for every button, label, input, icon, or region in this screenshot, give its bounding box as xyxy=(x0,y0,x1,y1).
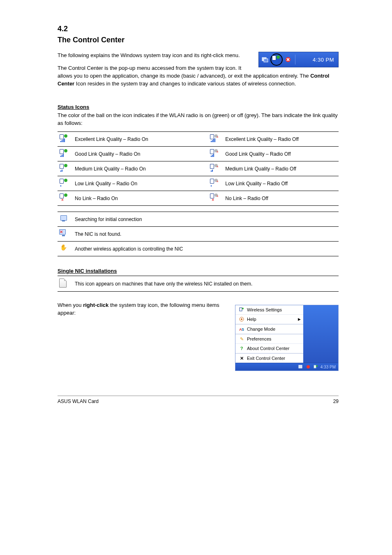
single-nic-heading: Single NIC installations xyxy=(58,268,339,274)
table-cell: Low Link Quality – Radio Off xyxy=(224,176,339,191)
signal-none-on-icon: × xyxy=(59,193,69,202)
section-title: The Control Center xyxy=(58,36,339,44)
footer-left: ASUS WLAN Card xyxy=(58,398,99,404)
footer-page-number: 29 xyxy=(333,398,339,404)
menu-item-exit[interactable]: ✕ Exit Control Center xyxy=(235,353,303,363)
signal-low-on-icon xyxy=(59,179,69,187)
tray-clock: 4:30 PM xyxy=(313,57,334,63)
nic-not-found-icon xyxy=(59,229,68,237)
help-icon xyxy=(239,316,244,322)
blocked-icon xyxy=(284,56,292,63)
context-menu-figure: Wireless Settings Help ▶ AS Change Mode xyxy=(235,305,339,371)
svg-rect-3 xyxy=(240,308,242,311)
menu-item-label: Help xyxy=(247,317,256,322)
exit-icon: ✕ xyxy=(239,355,244,361)
table-cell: Excellent Link Quality – Radio On xyxy=(73,132,208,147)
table-row: Excellent Link Quality – Radio On × Exce… xyxy=(58,132,339,147)
table-cell: Good Link Quality – Radio Off xyxy=(224,147,339,161)
table-cell: Excellent Link Quality – Radio Off xyxy=(224,132,339,147)
page-footer: ASUS WLAN Card 29 xyxy=(58,396,339,404)
menu-item-label: Preferences xyxy=(247,336,271,341)
menu-taskbar-strip: 4:33 PM xyxy=(235,363,338,371)
menu-item-wireless-settings[interactable]: Wireless Settings xyxy=(235,305,303,315)
tray-mini-icon-2 xyxy=(306,364,311,369)
tray-mini-icon-3 xyxy=(313,364,318,369)
tray-mini-icon xyxy=(298,364,303,369)
svg-text:S: S xyxy=(242,327,244,332)
status-icons-desc: The color of the ball on the icon indica… xyxy=(58,112,339,127)
table-row: Medium Link Quality – Radio On × Medium … xyxy=(58,161,339,176)
table-row: × No Link – Radio On ×× No Link – Radio … xyxy=(58,191,339,206)
menu-item-preferences[interactable]: ✎ Preferences xyxy=(235,334,303,344)
table-row: Low Link Quality – Radio On × Low Link Q… xyxy=(58,176,339,191)
table-cell: Medium Link Quality – Radio On xyxy=(73,161,208,176)
table-cell: This icon appears on machines that have … xyxy=(73,276,339,292)
table-cell: Medium Link Quality – Radio Off xyxy=(224,161,339,176)
table-row: The NIC is not found. xyxy=(58,227,339,242)
svg-rect-1 xyxy=(264,59,268,62)
systray-figure: 4:30 PM xyxy=(258,52,339,67)
table-cell: Low Link Quality – Radio On xyxy=(73,176,208,191)
single-nic-table: This icon appears on machines that have … xyxy=(58,276,339,292)
single-nic-icon xyxy=(59,279,67,288)
table-row: Another wireless application is controll… xyxy=(58,242,339,256)
status-icons-table: Excellent Link Quality – Radio On × Exce… xyxy=(58,131,339,206)
signal-medium-off-icon: × xyxy=(210,164,219,172)
signal-good-on-icon xyxy=(59,149,69,157)
highlighted-tray-icon xyxy=(270,53,283,66)
table-row: Good Link Quality – Radio On × Good Link… xyxy=(58,147,339,161)
menu-tray-clock: 4:33 PM xyxy=(321,365,336,369)
signal-excellent-off-icon: × xyxy=(210,134,219,143)
signal-medium-on-icon xyxy=(59,164,69,172)
svg-point-12 xyxy=(316,365,318,367)
table-cell: Searching for initial connection xyxy=(73,212,339,227)
other-app-controlling-icon xyxy=(59,244,68,252)
signal-none-off-icon: ×× xyxy=(210,193,219,202)
change-mode-icon: AS xyxy=(239,326,244,332)
signal-low-off-icon: × xyxy=(210,179,219,187)
menu-item-label: Exit Control Center xyxy=(247,356,285,361)
table-cell: No Link – Radio Off xyxy=(224,191,339,206)
status-icons-heading: Status Icons xyxy=(58,104,339,110)
svg-rect-9 xyxy=(299,365,302,368)
menu-item-about[interactable]: ? About Control Center xyxy=(235,344,303,353)
table-cell: The NIC is not found. xyxy=(73,227,339,242)
preferences-icon: ✎ xyxy=(239,336,244,342)
svg-point-10 xyxy=(307,365,310,368)
submenu-arrow-icon: ▶ xyxy=(298,317,301,321)
menu-item-change-mode[interactable]: AS Change Mode xyxy=(235,324,303,334)
searching-icon xyxy=(59,214,68,223)
table-cell: No Link – Radio On xyxy=(73,191,208,206)
wireless-settings-icon xyxy=(239,307,244,313)
table-cell: Another wireless application is controll… xyxy=(73,242,339,256)
about-icon: ? xyxy=(239,345,244,351)
table-cell: Good Link Quality – Radio On xyxy=(73,147,208,161)
menu-item-label: Change Mode xyxy=(247,327,275,332)
menu-item-label: Wireless Settings xyxy=(247,307,282,312)
table-row: Searching for initial connection xyxy=(58,212,339,227)
svg-point-6 xyxy=(241,318,242,320)
extra-status-table: Searching for initial connection The NIC… xyxy=(58,212,339,256)
menu-item-label: About Control Center xyxy=(247,346,289,351)
menu-item-help[interactable]: Help ▶ xyxy=(235,315,303,324)
signal-good-off-icon: × xyxy=(210,149,219,157)
intro-paragraph-2: The Control Center is the pop-up menu ac… xyxy=(58,64,339,88)
signal-excellent-on-icon xyxy=(59,134,69,143)
svg-rect-11 xyxy=(314,365,316,368)
table-row: This icon appears on machines that have … xyxy=(58,276,339,292)
section-number: 4.2 xyxy=(58,25,339,33)
svg-point-4 xyxy=(242,308,244,309)
network-icon xyxy=(261,56,269,63)
